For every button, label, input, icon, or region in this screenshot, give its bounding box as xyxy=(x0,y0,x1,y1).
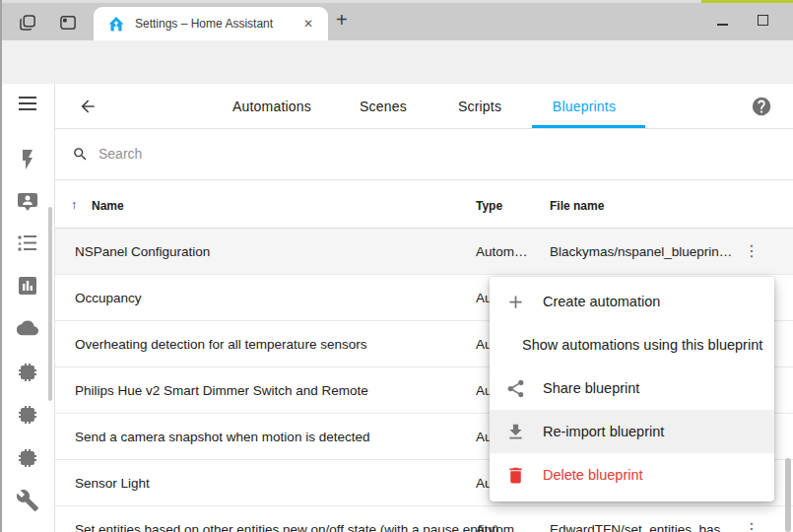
tab-automations[interactable]: Automations xyxy=(232,84,311,129)
menu-item-reimport-blueprint[interactable]: Re-import blueprint xyxy=(490,410,774,453)
lightning-icon xyxy=(16,148,39,171)
window-top-edge xyxy=(0,0,701,3)
workspaces-icon xyxy=(18,13,37,33)
column-header-type[interactable]: Type xyxy=(476,199,502,213)
back-arrow-icon xyxy=(78,97,98,116)
home-assistant-favicon xyxy=(107,15,125,33)
table-row[interactable]: Set entities based on other entities new… xyxy=(55,506,793,532)
content-scrollbar[interactable] xyxy=(785,458,791,532)
search-icon xyxy=(72,146,89,163)
window-left-edge xyxy=(0,0,2,532)
sort-ascending-icon[interactable]: ↑ xyxy=(71,197,78,212)
list-icon xyxy=(16,232,39,255)
sidebar-item-energy[interactable] xyxy=(16,148,39,171)
row-name: Sensor Light xyxy=(75,476,150,491)
person-bubble-icon xyxy=(16,190,39,214)
workspaces-button[interactable] xyxy=(15,10,40,35)
table-header: ↑ Name Type File name xyxy=(55,180,793,229)
tab-scripts[interactable]: Scripts xyxy=(458,84,501,129)
help-icon xyxy=(751,96,772,117)
row-name: NSPanel Configuration xyxy=(75,244,210,259)
window-maximize-button[interactable] xyxy=(758,15,768,26)
cloud-icon xyxy=(16,316,39,340)
row-file-name: EdwardTFN/set_entities_bas… xyxy=(550,522,734,532)
browser-tab[interactable]: Settings – Home Assistant ✕ xyxy=(94,7,328,40)
row-name: Philips Hue v2 Smart Dimmer Switch and R… xyxy=(75,383,368,398)
tab-title: Settings – Home Assistant xyxy=(135,17,298,31)
sidebar-menu-button[interactable] xyxy=(19,97,36,112)
chip-icon xyxy=(16,446,39,470)
column-header-name[interactable]: Name xyxy=(92,199,124,213)
download-icon xyxy=(505,422,526,442)
sidebar-item-todo-lists[interactable] xyxy=(16,232,39,255)
tab-scenes[interactable]: Scenes xyxy=(360,84,407,129)
row-type: Autom… xyxy=(476,244,528,259)
sidebar-item-history[interactable] xyxy=(16,274,39,298)
browser-toolbar: Not secure homeassistant.local:8123/... … xyxy=(0,40,793,84)
browser-titlebar: Settings – Home Assistant ✕ + xyxy=(0,0,793,40)
tab-blueprints[interactable]: Blueprints xyxy=(553,84,616,129)
row-overflow-menu-button[interactable]: ⋮ xyxy=(744,519,760,532)
menu-item-show-automations[interactable]: Show automations using this blueprint xyxy=(490,323,774,366)
sidebar-item-voice-assistants[interactable] xyxy=(16,190,39,214)
browser-window: Settings – Home Assistant ✕ + Not xyxy=(0,0,793,532)
table-row[interactable]: NSPanel Configuration Autom… Blackymas/n… xyxy=(55,229,793,275)
menu-item-create-automation[interactable]: Create automation xyxy=(490,280,774,323)
row-type: Autom… xyxy=(476,522,528,532)
row-name: Set entities based on other entities new… xyxy=(75,522,499,532)
ha-header: Automations Scenes Scripts Blueprints xyxy=(55,84,793,129)
menu-item-delete-blueprint[interactable]: Delete blueprint xyxy=(490,453,774,497)
chip-icon xyxy=(16,361,39,384)
sidebar-scrollbar[interactable] xyxy=(48,207,52,401)
chip-icon xyxy=(16,403,39,427)
ha-back-button[interactable] xyxy=(78,97,98,116)
row-name: Overheating detection for all temperatur… xyxy=(75,337,366,352)
sidebar-item-device-3[interactable] xyxy=(16,446,39,470)
chart-box-icon xyxy=(16,274,39,298)
window-minimize-button[interactable] xyxy=(717,24,728,26)
tab-close-icon[interactable]: ✕ xyxy=(298,15,318,33)
sidebar-item-cloud[interactable] xyxy=(16,316,39,340)
share-icon xyxy=(505,378,526,399)
tab-actions-icon xyxy=(58,13,78,33)
sidebar-item-device-2[interactable] xyxy=(16,403,39,427)
row-overflow-menu-button[interactable]: ⋮ xyxy=(744,241,760,261)
row-file-name: Blackymas/nspanel_blueprin… xyxy=(550,244,732,259)
search-input[interactable] xyxy=(99,129,690,178)
background-window-strip xyxy=(701,0,793,3)
wrench-icon xyxy=(16,489,39,512)
home-assistant-app: Automations Scenes Scripts Blueprints ↑ xyxy=(0,84,793,532)
row-name: Send a camera snapshot when motion is de… xyxy=(75,430,369,444)
tab-actions-button[interactable] xyxy=(55,10,81,35)
blueprint-context-menu: Create automation Show automations using… xyxy=(490,277,774,501)
ha-sidebar xyxy=(0,84,55,532)
sidebar-item-device-1[interactable] xyxy=(16,361,39,384)
trash-icon xyxy=(505,465,526,486)
sidebar-item-developer-tools[interactable] xyxy=(16,489,39,512)
active-tab-underline xyxy=(532,125,645,128)
new-tab-button[interactable]: + xyxy=(336,9,348,32)
menu-item-share-blueprint[interactable]: Share blueprint xyxy=(490,366,774,410)
help-button[interactable] xyxy=(751,96,772,117)
column-header-file-name[interactable]: File name xyxy=(550,199,604,213)
plus-icon xyxy=(505,292,526,312)
row-name: Occupancy xyxy=(75,291,142,305)
search-bar xyxy=(55,129,793,180)
